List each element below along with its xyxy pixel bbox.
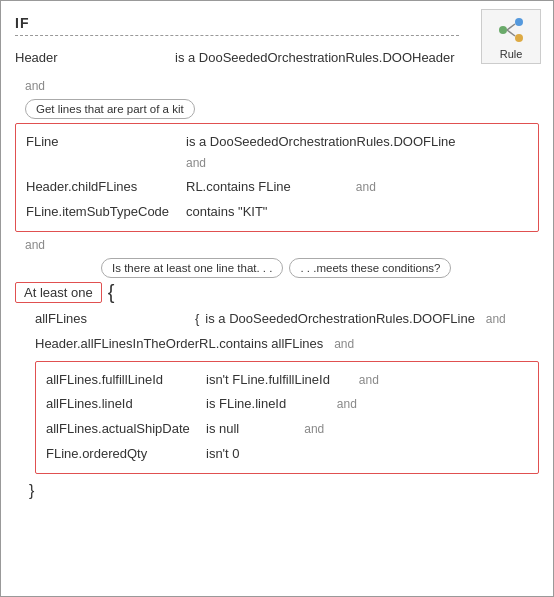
childFLines-right: RL.contains FLine and <box>186 177 528 198</box>
itemSubType-right: contains "KIT" <box>186 202 528 223</box>
actualShipDate-row: allFLines.actualShipDate is null and <box>46 417 528 442</box>
and-keyword-1: and <box>15 77 539 95</box>
separator-line <box>15 35 459 36</box>
allFLinesInOrder-right: RL.contains allFLines and <box>199 334 539 355</box>
childFLines-suffix: and <box>356 180 376 194</box>
at-least-one-row: At least one { <box>15 282 539 303</box>
allFLines-right: is a DooSeededOrchestrationRules.DOOFLin… <box>205 309 539 330</box>
fline-suffix: and <box>186 156 206 170</box>
tooltip-bubble-1: Get lines that are part of a kit <box>25 99 195 119</box>
if-label: IF <box>15 15 539 31</box>
fline-left: FLine <box>26 132 186 153</box>
fline-row: FLine is a DooSeededOrchestrationRules.D… <box>26 130 528 176</box>
header-row: Header is a DooSeededOrchestrationRules.… <box>15 46 539 71</box>
closing-brace: } <box>15 478 539 504</box>
svg-point-2 <box>515 34 523 42</box>
fline-right: is a DooSeededOrchestrationRules.DOOFLin… <box>186 132 528 174</box>
main-window: Rule IF Header is a DooSeededOrchestrati… <box>0 0 554 597</box>
lineId-suffix: and <box>337 397 357 411</box>
rule-label: Rule <box>500 48 523 60</box>
rule-icon: Rule <box>481 9 541 64</box>
tooltip-bubble-2-left: Is there at least one line that. . . <box>101 258 283 278</box>
open-brace: { <box>108 282 115 302</box>
orderedQty-row: FLine.orderedQty isn't 0 <box>46 442 528 467</box>
rule-graphic <box>495 14 527 46</box>
allFLinesInOrder-row: Header.allFLinesInTheOrder RL.contains a… <box>35 332 539 357</box>
content-area: IF Header is a DooSeededOrchestrationRul… <box>1 1 553 514</box>
allFLines-suffix: and <box>486 312 506 326</box>
svg-point-1 <box>515 18 523 26</box>
allFLinesInOrder-suffix: and <box>334 337 354 351</box>
header-left: Header <box>15 48 175 69</box>
svg-line-4 <box>507 30 515 36</box>
orderedQty-right: isn't 0 <box>206 444 528 465</box>
allFLinesInOrder-left: Header.allFLinesInTheOrder <box>35 334 199 355</box>
allFLines-left: allFLines <box>35 309 195 330</box>
and-keyword-2: and <box>15 236 539 254</box>
fulfillLineId-right: isn't FLine.fulfillLineId and <box>206 370 528 391</box>
childFLines-left: Header.childFLines <box>26 177 186 198</box>
inner-conditions-box: allFLines.fulfillLineId isn't FLine.fulf… <box>35 361 539 474</box>
childFLines-row: Header.childFLines RL.contains FLine and <box>26 175 528 200</box>
svg-point-0 <box>499 26 507 34</box>
at-least-one-box: At least one <box>15 282 102 303</box>
actualShipDate-left: allFLines.actualShipDate <box>46 419 206 440</box>
fulfillLineId-row: allFLines.fulfillLineId isn't FLine.fulf… <box>46 368 528 393</box>
svg-line-3 <box>507 24 515 30</box>
allFLines-row: allFLines { is a DooSeededOrchestrationR… <box>35 307 539 332</box>
tooltip-row-1: Get lines that are part of a kit <box>15 99 539 119</box>
tooltip-bubble-2-right: . . .meets these conditions? <box>289 258 451 278</box>
fulfillLineId-suffix: and <box>359 373 379 387</box>
itemSubType-row: FLine.itemSubTypeCode contains "KIT" <box>26 200 528 225</box>
itemSubType-left: FLine.itemSubTypeCode <box>26 202 186 223</box>
lineId-left: allFLines.lineId <box>46 394 206 415</box>
indent-block: allFLines { is a DooSeededOrchestrationR… <box>15 307 539 474</box>
actualShipDate-right: is null and <box>206 419 528 440</box>
fulfillLineId-left: allFLines.fulfillLineId <box>46 370 206 391</box>
orderedQty-left: FLine.orderedQty <box>46 444 206 465</box>
fline-outer-box: FLine is a DooSeededOrchestrationRules.D… <box>15 123 539 232</box>
allFLines-mid: { <box>195 309 199 330</box>
lineId-right: is FLine.lineId and <box>206 394 528 415</box>
lineId-row: allFLines.lineId is FLine.lineId and <box>46 392 528 417</box>
actualShipDate-suffix: and <box>304 422 324 436</box>
tooltip-row-2: Is there at least one line that. . . . .… <box>15 258 539 278</box>
